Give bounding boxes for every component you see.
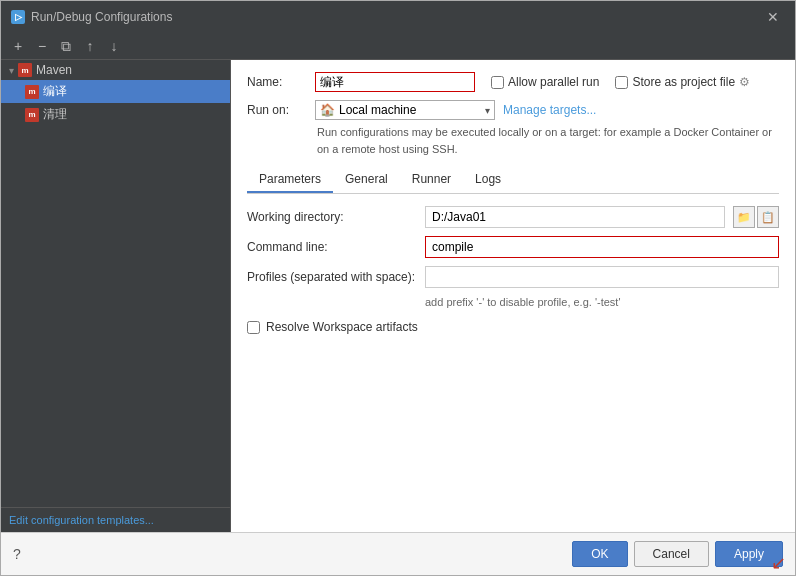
local-machine-icon: 🏠 (320, 103, 335, 117)
ok-button[interactable]: OK (572, 541, 627, 567)
store-settings-icon: ⚙ (739, 75, 750, 89)
browse-variables-button[interactable]: 📋 (757, 206, 779, 228)
name-label: Name: (247, 75, 307, 89)
working-directory-label: Working directory: (247, 210, 417, 224)
add-config-button[interactable]: + (7, 35, 29, 57)
command-line-row: Command line: (247, 236, 779, 258)
allow-parallel-label: Allow parallel run (508, 75, 599, 89)
sidebar-list: ▾ m Maven m 编译 m 清理 (1, 60, 230, 507)
profiles-input[interactable] (425, 266, 779, 288)
name-input[interactable] (315, 72, 475, 92)
browse-folder-button[interactable]: 📁 (733, 206, 755, 228)
name-row: Name: Allow parallel run Store as projec… (247, 72, 779, 92)
apply-arrow-indicator: ↙ (771, 552, 786, 574)
sidebar-group-header-maven[interactable]: ▾ m Maven (1, 60, 230, 80)
sidebar-item-label-compile: 编译 (43, 83, 67, 100)
command-line-input[interactable] (425, 236, 779, 258)
close-button[interactable]: ✕ (761, 7, 785, 27)
help-icon: ? (13, 546, 21, 562)
store-as-project-group: Store as project file ⚙ (615, 75, 750, 89)
manage-targets-link[interactable]: Manage targets... (503, 103, 596, 117)
parameters-section: Working directory: 📁 📋 Command line: Pro… (247, 206, 779, 334)
right-panel: Name: Allow parallel run Store as projec… (231, 60, 795, 532)
working-directory-input[interactable] (425, 206, 725, 228)
command-line-label: Command line: (247, 240, 417, 254)
profiles-row: Profiles (separated with space): (247, 266, 779, 288)
toolbar: + − ⧉ ↑ ↓ (1, 33, 795, 60)
sidebar-item-label-clean: 清理 (43, 106, 67, 123)
tab-logs[interactable]: Logs (463, 167, 513, 193)
run-on-label: Run on: (247, 103, 307, 117)
copy-config-button[interactable]: ⧉ (55, 35, 77, 57)
store-as-project-label: Store as project file (632, 75, 735, 89)
working-dir-buttons: 📁 📋 (733, 206, 779, 228)
allow-parallel-group: Allow parallel run (491, 75, 599, 89)
run-on-value: Local machine (339, 103, 416, 117)
move-down-button[interactable]: ↓ (103, 35, 125, 57)
remove-config-button[interactable]: − (31, 35, 53, 57)
sidebar-group-maven: ▾ m Maven m 编译 m 清理 (1, 60, 230, 126)
working-directory-row: Working directory: 📁 📋 (247, 206, 779, 228)
maven-item-icon-compile: m (25, 85, 39, 99)
dialog-title: Run/Debug Configurations (31, 10, 172, 24)
sidebar-item-clean[interactable]: m 清理 (1, 103, 230, 126)
move-up-button[interactable]: ↑ (79, 35, 101, 57)
help-button[interactable]: ? (13, 546, 21, 562)
resolve-workspace-checkbox[interactable] (247, 321, 260, 334)
dropdown-arrow-icon: ▾ (485, 105, 490, 116)
run-on-row: Run on: 🏠 Local machine ▾ Manage targets… (247, 100, 779, 120)
store-as-project-checkbox[interactable] (615, 76, 628, 89)
sidebar-item-compile[interactable]: m 编译 (1, 80, 230, 103)
tab-bar: Parameters General Runner Logs (247, 167, 779, 194)
tab-parameters[interactable]: Parameters (247, 167, 333, 193)
resolve-workspace-label: Resolve Workspace artifacts (266, 320, 418, 334)
allow-parallel-checkbox[interactable] (491, 76, 504, 89)
edit-templates-link[interactable]: Edit configuration templates... (1, 507, 230, 532)
maven-group-icon: m (18, 63, 32, 77)
title-bar: ▷ Run/Debug Configurations ✕ (1, 1, 795, 33)
run-debug-dialog: ▷ Run/Debug Configurations ✕ + − ⧉ ↑ ↓ ▾… (0, 0, 796, 576)
apply-button[interactable]: Apply ↙ (715, 541, 783, 567)
profiles-hint: add prefix '-' to disable profile, e.g. … (425, 296, 779, 308)
tab-runner[interactable]: Runner (400, 167, 463, 193)
maven-item-icon-clean: m (25, 108, 39, 122)
footer-buttons: OK Cancel Apply ↙ (572, 541, 783, 567)
title-bar-left: ▷ Run/Debug Configurations (11, 10, 172, 24)
cancel-button[interactable]: Cancel (634, 541, 709, 567)
dialog-icon: ▷ (11, 10, 25, 24)
sidebar-group-label: Maven (36, 63, 72, 77)
run-on-dropdown[interactable]: 🏠 Local machine ▾ (315, 100, 495, 120)
tab-general[interactable]: General (333, 167, 400, 193)
main-content: ▾ m Maven m 编译 m 清理 Edit configuration t… (1, 60, 795, 532)
run-on-description: Run configurations may be executed local… (317, 124, 779, 157)
resolve-workspace-row: Resolve Workspace artifacts (247, 320, 779, 334)
chevron-down-icon: ▾ (9, 65, 14, 76)
dialog-footer: ? OK Cancel Apply ↙ (1, 532, 795, 575)
profiles-label: Profiles (separated with space): (247, 270, 417, 284)
sidebar: ▾ m Maven m 编译 m 清理 Edit configuration t… (1, 60, 231, 532)
